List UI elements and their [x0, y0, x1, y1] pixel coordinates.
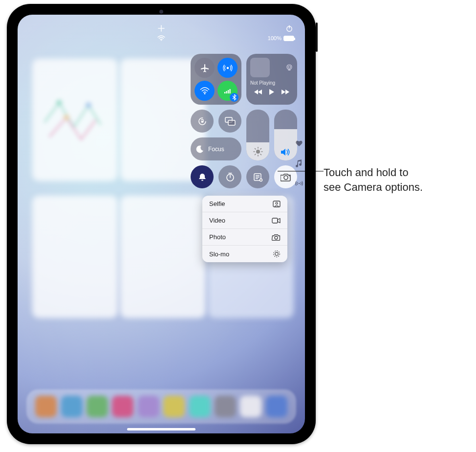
media-title: Not Playing: [250, 80, 293, 86]
video-icon: [272, 218, 281, 224]
svg-point-5: [226, 67, 228, 68]
wifi-status-icon: [157, 35, 165, 41]
svg-rect-7: [224, 92, 225, 93]
svg-point-6: [204, 93, 205, 94]
svg-rect-8: [226, 91, 227, 93]
power-icon[interactable]: [285, 24, 293, 32]
hardware-power-button: [316, 23, 318, 52]
svg-rect-14: [201, 121, 203, 123]
svg-rect-18: [201, 180, 203, 181]
airdrop-toggle[interactable]: [217, 58, 238, 78]
svg-point-11: [287, 65, 292, 69]
add-control-icon[interactable]: [157, 24, 165, 32]
heart-icon: [295, 140, 303, 147]
dock-app-icon[interactable]: [215, 396, 236, 417]
dock-app-icon[interactable]: [112, 396, 133, 417]
sun-icon: [253, 147, 263, 157]
svg-point-29: [274, 251, 280, 257]
svg-point-17: [256, 150, 260, 154]
background-app-card: [120, 196, 206, 318]
ipad-frame: 100%: [7, 4, 316, 444]
menu-item-label: Photo: [209, 233, 226, 241]
menu-item-label: Slo-mo: [209, 250, 229, 258]
volume-icon: [281, 148, 291, 157]
slomo-icon: [273, 250, 281, 258]
bluetooth-badge-icon: [230, 93, 238, 102]
svg-point-26: [276, 202, 278, 204]
svg-point-1: [86, 102, 91, 108]
camera-option-video[interactable]: Video: [202, 212, 287, 229]
svg-point-24: [299, 183, 300, 184]
camera-icon: [272, 234, 281, 241]
selfie-icon: [273, 201, 281, 207]
battery-icon: [283, 36, 294, 41]
camera-options-menu: Selfie Video Photo Slo-mo: [202, 196, 287, 262]
background-app-card: [32, 196, 118, 318]
svg-rect-16: [228, 120, 235, 125]
airplay-icon[interactable]: [285, 64, 293, 71]
quick-note-button[interactable]: [246, 165, 269, 188]
focus-button[interactable]: Focus: [191, 137, 241, 160]
moon-icon: [195, 145, 204, 154]
svg-point-30: [275, 252, 278, 255]
brightness-slider[interactable]: [246, 110, 269, 160]
svg-rect-9: [228, 90, 229, 93]
broadcast-icon: [295, 180, 303, 187]
camera-option-selfie[interactable]: Selfie: [202, 196, 287, 212]
menu-item-label: Selfie: [209, 200, 225, 207]
dock: [26, 389, 296, 424]
menu-item-label: Video: [209, 217, 225, 224]
svg-rect-10: [229, 89, 230, 93]
rotation-lock-toggle[interactable]: [191, 110, 214, 133]
home-indicator[interactable]: [127, 428, 195, 430]
svg-point-2: [64, 114, 69, 120]
dock-app-icon[interactable]: [189, 396, 211, 417]
callout-leader-line: [278, 167, 324, 175]
callout-line-2: see Camera options.: [324, 180, 465, 195]
screen: 100%: [18, 15, 305, 433]
callout-text: Touch and hold to see Camera options.: [324, 165, 465, 194]
focus-label: Focus: [208, 146, 224, 153]
background-graphic: [40, 93, 108, 152]
play-icon[interactable]: [269, 89, 275, 95]
svg-point-0: [56, 100, 62, 106]
dock-app-icon[interactable]: [87, 396, 108, 417]
dock-app-icon[interactable]: [266, 396, 287, 417]
svg-point-28: [275, 236, 278, 239]
svg-point-12: [288, 66, 291, 68]
svg-point-23: [289, 175, 290, 176]
callout-line-1: Touch and hold to: [324, 165, 465, 180]
battery-status: 100%: [268, 35, 294, 41]
airplane-mode-toggle[interactable]: [195, 58, 215, 78]
dock-app-icon[interactable]: [163, 396, 185, 417]
album-art-placeholder: [250, 58, 270, 77]
dock-app-icon[interactable]: [61, 396, 83, 417]
timer-button[interactable]: [218, 165, 241, 188]
cellular-toggle[interactable]: [217, 81, 238, 101]
svg-point-22: [284, 176, 288, 180]
rewind-icon[interactable]: [254, 89, 262, 95]
dock-app-icon[interactable]: [138, 396, 159, 417]
svg-point-3: [161, 40, 162, 41]
wifi-toggle[interactable]: [195, 81, 215, 101]
dock-app-icon[interactable]: [35, 396, 57, 417]
screen-mirroring-button[interactable]: [218, 110, 241, 133]
volume-slider[interactable]: [274, 110, 297, 160]
camera-option-photo[interactable]: Photo: [202, 229, 287, 246]
battery-text: 100%: [268, 35, 281, 41]
dock-app-icon[interactable]: [240, 396, 261, 417]
camera-option-slomo[interactable]: Slo-mo: [202, 246, 287, 262]
music-note-icon: [295, 159, 303, 167]
svg-rect-27: [272, 218, 278, 223]
connectivity-tile[interactable]: [191, 54, 241, 105]
now-playing-tile[interactable]: Not Playing: [246, 54, 297, 105]
page-indicator-icons: [295, 140, 303, 187]
forward-icon[interactable]: [281, 89, 290, 95]
status-area: [18, 24, 305, 36]
silent-mode-toggle[interactable]: [191, 165, 214, 188]
